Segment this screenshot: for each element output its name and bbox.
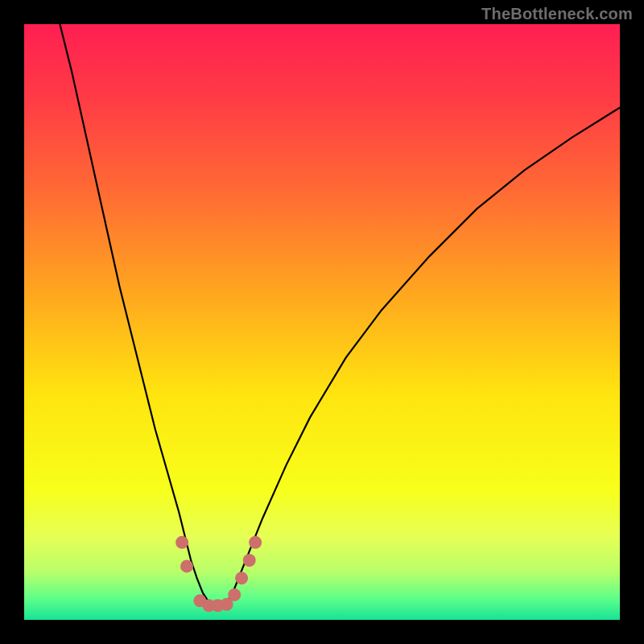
curve-marker [235,572,248,584]
chart-frame: TheBottleneck.com [0,0,644,644]
curve-marker [175,536,188,549]
curve-marker [243,554,256,567]
chart-background [24,24,620,620]
curve-marker [180,559,193,572]
bottleneck-curve-chart [24,24,620,620]
watermark-text: TheBottleneck.com [481,5,633,23]
curve-marker [228,588,241,601]
curve-marker [249,536,262,549]
